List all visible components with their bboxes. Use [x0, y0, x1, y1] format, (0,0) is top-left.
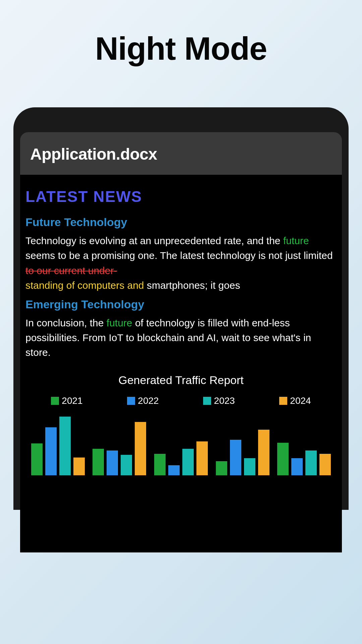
bar-2023 — [121, 455, 132, 475]
section-title-emerging-technology: Emerging Technology — [25, 298, 337, 311]
text: seems to be a promising one. The latest … — [25, 250, 333, 261]
bar-2023 — [59, 417, 71, 475]
phone-frame: Application.docx LATEST NEWS Future Tech… — [13, 107, 349, 510]
text: In conclusion, the — [25, 317, 107, 328]
section-title-future-technology: Future Technology — [25, 216, 337, 229]
bar-2021 — [216, 461, 227, 475]
bar-2023 — [182, 449, 194, 475]
swatch-icon — [279, 397, 287, 405]
swatch-icon — [203, 397, 211, 405]
file-name: Application.docx — [30, 145, 332, 163]
swatch-icon — [127, 397, 135, 405]
legend-item-2021: 2021 — [51, 395, 82, 406]
legend-label: 2024 — [290, 395, 311, 406]
document-body[interactable]: LATEST NEWS Future Technology Technology… — [20, 175, 342, 552]
bar-2023 — [305, 450, 317, 475]
legend-label: 2022 — [138, 395, 159, 406]
bar-2024 — [319, 454, 331, 475]
chart-legend: 2021 2022 2023 2024 — [25, 395, 337, 406]
bar-2023 — [244, 458, 255, 475]
bar-2021 — [154, 454, 166, 475]
chart-title: Generated Traffic Report — [25, 374, 337, 387]
bar-2024 — [196, 441, 208, 475]
paragraph: In conclusion, the future of technology … — [25, 316, 337, 360]
bar-2022 — [168, 465, 180, 475]
bar-2022 — [45, 427, 57, 475]
swatch-icon — [51, 397, 59, 405]
bar-2022 — [230, 440, 241, 475]
bar-cluster — [90, 422, 149, 475]
bar-2024 — [135, 422, 146, 475]
bar-2021 — [31, 443, 43, 475]
paragraph: Technology is evolving at an unprecedent… — [25, 233, 337, 293]
document-heading: LATEST NEWS — [25, 187, 337, 206]
app-header: Application.docx — [20, 132, 342, 175]
bar-2021 — [277, 443, 289, 475]
bar-2022 — [107, 450, 118, 475]
bar-2022 — [291, 458, 303, 475]
text: smartphones; it goes — [144, 280, 240, 291]
highlight-green: future — [283, 235, 309, 246]
highlight-yellow: standing of computers and — [25, 280, 144, 291]
bar-cluster — [151, 441, 211, 475]
legend-label: 2023 — [214, 395, 235, 406]
bar-cluster — [274, 443, 334, 475]
bar-cluster — [28, 417, 88, 475]
strike-text: to our current under- — [25, 265, 117, 276]
bar-2024 — [73, 458, 85, 475]
text: Technology is evolving at an unprecedent… — [25, 235, 283, 246]
legend-item-2023: 2023 — [203, 395, 235, 406]
legend-label: 2021 — [62, 395, 82, 406]
bar-2021 — [93, 449, 104, 475]
legend-item-2024: 2024 — [279, 395, 311, 406]
legend-item-2022: 2022 — [127, 395, 159, 406]
bar-chart — [25, 415, 337, 475]
page-title: Night Mode — [0, 30, 362, 67]
bar-cluster — [213, 430, 273, 475]
bar-2024 — [258, 430, 269, 475]
highlight-green: future — [107, 317, 132, 328]
